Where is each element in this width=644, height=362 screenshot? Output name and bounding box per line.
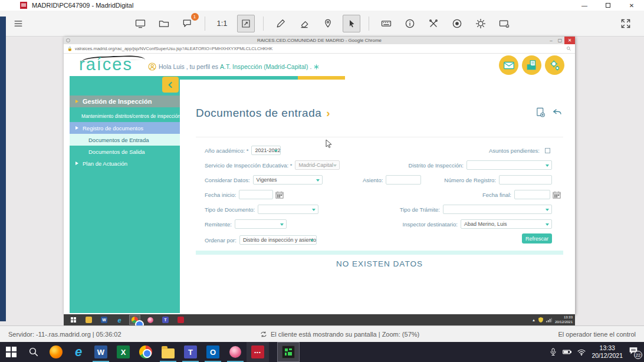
remote-viewer-icon[interactable] <box>277 342 300 362</box>
record-icon[interactable] <box>448 15 466 32</box>
search-form: Año académico: * 2021-2022 Asuntos pendi… <box>196 137 563 251</box>
remote-ie-icon[interactable]: e <box>114 315 124 324</box>
sidebar-item-registro-documentos[interactable]: Registro de documentos <box>70 122 180 134</box>
asuntos-pendientes-label: Asuntos pendientes: <box>489 147 540 154</box>
ordenar-por-label: Ordenar por: <box>205 237 236 243</box>
calendar-icon[interactable] <box>275 191 284 199</box>
numero-registro-input[interactable] <box>499 175 552 185</box>
ie-icon[interactable]: e <box>67 342 90 362</box>
pencil-icon[interactable] <box>272 15 290 32</box>
asuntos-pendientes-checkbox[interactable] <box>545 148 550 153</box>
remote-teams-icon[interactable]: T <box>160 315 170 324</box>
close-button[interactable]: ✕ <box>627 2 636 9</box>
laser-pointer-icon[interactable] <box>319 15 337 32</box>
refrescar-button[interactable]: Refrescar <box>522 233 552 243</box>
notification-badge: 22 <box>634 351 642 359</box>
chevron-down-icon <box>316 179 320 182</box>
config-gears-icon[interactable] <box>545 55 564 75</box>
search-icon[interactable] <box>22 342 45 362</box>
remote-start-icon[interactable] <box>68 315 78 324</box>
bullet-icon <box>75 100 78 103</box>
chevron-down-icon <box>312 209 316 211</box>
monitor-icon[interactable] <box>132 15 149 32</box>
remote-shield-icon[interactable] <box>538 317 543 322</box>
remote-word-icon[interactable]: W <box>99 315 109 324</box>
maximize-button[interactable] <box>604 2 612 9</box>
battery-icon[interactable] <box>563 349 571 355</box>
word-icon[interactable]: W <box>90 342 112 362</box>
eraser-icon[interactable] <box>295 15 313 32</box>
sidebar-item-mantenimiento-distritos[interactable]: Mantenimiento distritos/centros de inspe… <box>70 110 180 122</box>
remote-madrid-icon[interactable] <box>176 315 186 324</box>
remitente-select[interactable] <box>235 219 287 229</box>
wifi-icon[interactable] <box>577 349 586 356</box>
chrome-maximize-button[interactable]: ▢ <box>556 38 564 43</box>
tools-icon[interactable] <box>425 15 442 32</box>
tray-arrow-icon[interactable]: ▲ <box>532 318 535 322</box>
remote-support-icon[interactable] <box>224 342 247 362</box>
chrome-close-button[interactable]: ✕ <box>564 37 575 44</box>
settings-gear-icon[interactable] <box>472 15 489 32</box>
notification-icon[interactable]: 22 <box>629 347 638 357</box>
chrome-minimize-button[interactable]: – <box>547 38 556 43</box>
asiento-label: Asiento: <box>363 177 383 183</box>
sidebar-item-plan-actuacion[interactable]: Plan de Actuación <box>70 157 180 169</box>
mail-icon[interactable] <box>499 55 518 75</box>
info-icon[interactable] <box>401 15 419 32</box>
sidebar-collapse-button[interactable] <box>162 77 179 93</box>
chrome-titlebar: RAICES.CED.COMUNIDAD DE MADRID - Google … <box>64 37 575 44</box>
teams-icon[interactable]: T <box>179 342 202 362</box>
remote-chrome-icon[interactable] <box>130 315 140 324</box>
remote-wallpaper-edge <box>0 17 6 321</box>
fecha-inicio-input[interactable] <box>239 190 273 199</box>
remote-support-icon[interactable] <box>145 315 155 324</box>
screen: MADRID\PC647909 - MadridDigital — ✕ 1 1:… <box>0 0 644 362</box>
back-arrow-icon[interactable] <box>551 107 563 117</box>
microphone-icon[interactable] <box>550 348 557 356</box>
chrome-icon[interactable] <box>134 342 157 362</box>
sidebar-item-documentos-salida[interactable]: Documentos de Salida <box>70 146 180 157</box>
inspector-destinatario-label: Inspector destinatario: <box>403 221 458 228</box>
chrome-urlbar[interactable]: 🔒 valraices.madrid.org/rac_app/jsp/NVCon… <box>64 44 575 54</box>
tipo-documento-select[interactable] <box>258 205 318 214</box>
ano-academico-select[interactable]: 2021-2022 <box>251 146 281 155</box>
distrito-select[interactable] <box>466 160 552 170</box>
asiento-input[interactable] <box>386 175 421 185</box>
start-button[interactable] <box>0 342 22 362</box>
minimize-button[interactable]: — <box>580 2 589 9</box>
chat-icon[interactable]: 1 <box>179 15 196 32</box>
cursor-icon[interactable] <box>343 15 360 32</box>
servicio-select[interactable]: Madrid-Capital <box>295 160 340 170</box>
tipo-tramite-select[interactable] <box>443 205 552 214</box>
scale-to-fit-icon[interactable] <box>237 15 255 32</box>
sidebar-item-gestion-inspeccion[interactable]: Gestión de Inspección <box>70 96 180 107</box>
remote-clock[interactable]: 13:33 20/12/2021 <box>555 315 573 324</box>
inspector-destinatario-select[interactable]: Abad Merino, Luis <box>461 219 552 229</box>
menu-icon[interactable] <box>9 15 27 32</box>
ordenar-por-select[interactable]: Distrito de inspección y asiento <box>239 235 317 245</box>
taskbar-clock[interactable]: 13:33 20/12/2021 <box>592 344 623 360</box>
zoom-ratio-button[interactable]: 1:1 <box>213 15 231 32</box>
profile-link[interactable]: A.T. Inspección (Madrid-Capital) <box>220 63 308 70</box>
user-icon <box>147 62 157 71</box>
change-profile-icon[interactable] <box>313 64 320 70</box>
explorer-icon[interactable] <box>157 342 179 362</box>
magnifier-icon[interactable] <box>566 46 571 51</box>
remote-explorer-icon[interactable] <box>84 315 94 324</box>
outlook-icon[interactable]: O <box>202 342 224 362</box>
new-document-icon[interactable] <box>535 107 546 118</box>
excel-icon[interactable]: X <box>112 342 134 362</box>
url-text[interactable]: valraices.madrid.org/rac_app/jsp/NVConfS… <box>75 46 564 51</box>
calendar-icon[interactable] <box>553 191 561 199</box>
remote-network-icon[interactable] <box>546 318 552 322</box>
firefox-icon[interactable] <box>45 342 67 362</box>
fecha-final-input[interactable] <box>514 190 550 199</box>
keyboard-icon[interactable] <box>377 15 395 32</box>
disconnect-icon[interactable] <box>495 15 513 32</box>
documents-icon[interactable] <box>522 55 541 75</box>
fullscreen-icon[interactable] <box>617 15 635 32</box>
considerar-datos-select[interactable]: Vigentes <box>253 175 323 185</box>
sidebar-item-documentos-entrada[interactable]: Documentos de Entrada <box>70 134 180 146</box>
file-transfer-icon[interactable] <box>155 15 173 32</box>
madrid-app-taskbar-icon[interactable]: ••• <box>247 342 269 362</box>
